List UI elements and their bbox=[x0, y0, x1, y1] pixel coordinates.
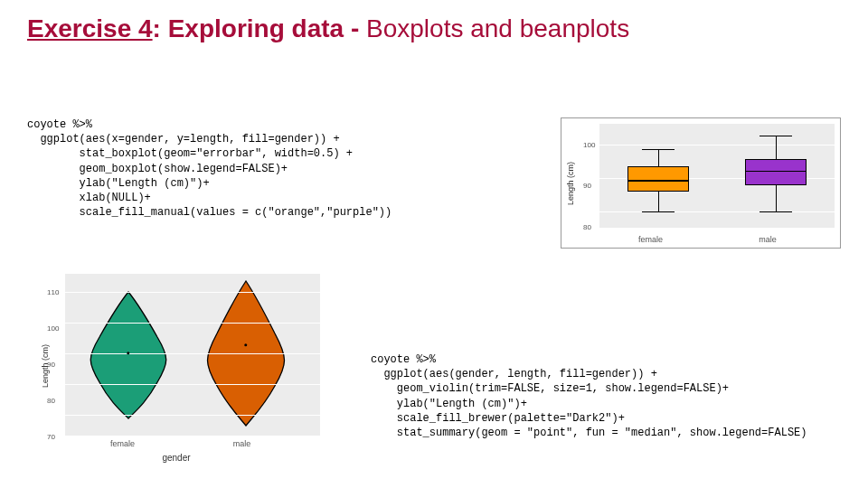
code-line: scale_fill_manual(values = c("orange","p… bbox=[27, 206, 392, 219]
gridline bbox=[65, 292, 320, 293]
page-title: Exercise 4: Exploring data - Boxplots an… bbox=[27, 14, 629, 43]
median-male bbox=[745, 171, 807, 173]
gridline bbox=[65, 384, 320, 385]
code-line: xlab(NULL)+ bbox=[27, 192, 151, 204]
code-line: geom_boxplot(show.legend=FALSE)+ bbox=[27, 163, 288, 175]
ytick: 80 bbox=[583, 223, 591, 231]
median-female bbox=[627, 180, 689, 182]
ytick: 90 bbox=[583, 182, 591, 190]
gridline bbox=[65, 323, 320, 324]
box-female bbox=[627, 166, 689, 192]
gridline bbox=[599, 211, 835, 212]
title-part3: Boxplots and beanplots bbox=[359, 14, 629, 42]
gridline bbox=[599, 145, 835, 145]
plot-panel bbox=[65, 274, 320, 436]
code-line: coyote %>% bbox=[27, 118, 92, 131]
code-line: ggplot(aes(gender, length, fill=gender))… bbox=[371, 368, 657, 380]
ytick: 100 bbox=[583, 140, 595, 148]
ytick: 100 bbox=[47, 324, 59, 333]
xlabel-female: female bbox=[110, 439, 135, 448]
violin-chart: Length (cm) 70 80 90 100 110 female male… bbox=[27, 271, 326, 461]
ytick: 110 bbox=[47, 288, 59, 296]
code-line: geom_violin(trim=FALSE, size=1, show.leg… bbox=[371, 382, 729, 395]
errorcap bbox=[642, 149, 675, 150]
box-male bbox=[745, 159, 807, 185]
errorcap bbox=[760, 136, 792, 136]
ytick: 90 bbox=[47, 360, 55, 368]
ytick: 70 bbox=[47, 432, 55, 440]
xlabel-male: male bbox=[759, 235, 777, 244]
violin-svg bbox=[65, 274, 320, 436]
code-line: coyote %>% bbox=[371, 353, 436, 366]
plot-panel bbox=[599, 124, 835, 228]
code-line: stat_boxplot(geom="errorbar", width=0.5)… bbox=[27, 147, 353, 160]
median-point-male bbox=[244, 343, 248, 347]
code-line: ylab("Length (cm)")+ bbox=[371, 398, 527, 410]
violin-xaxis-title: gender bbox=[162, 453, 190, 463]
median-point-female bbox=[127, 352, 130, 355]
xlabel-male: male bbox=[233, 439, 251, 448]
boxplot-chart: Length (cm) 80 90 100 female male bbox=[561, 117, 841, 249]
code-line: ggplot(aes(x=gender, y=length, fill=gend… bbox=[27, 133, 340, 145]
title-part2: : Exploring data - bbox=[153, 14, 360, 42]
code-line: stat_summary(geom = "point", fun = "medi… bbox=[371, 427, 807, 439]
code-line: ylab("Length (cm)")+ bbox=[27, 177, 210, 190]
ytick: 80 bbox=[47, 396, 55, 404]
xlabel-female: female bbox=[638, 235, 663, 244]
code-block-violin: coyote %>% ggplot(aes(gender, length, fi… bbox=[371, 352, 807, 440]
code-line: scale_fill_brewer(palette="Dark2")+ bbox=[371, 412, 625, 425]
boxplot-ylabel: Length (cm) bbox=[566, 161, 575, 204]
title-part1: Exercise 4 bbox=[27, 14, 153, 42]
gridline bbox=[65, 353, 320, 354]
errorcap bbox=[760, 211, 792, 212]
violin-female bbox=[90, 292, 166, 418]
gridline bbox=[65, 415, 320, 416]
code-block-boxplot: coyote %>% ggplot(aes(x=gender, y=length… bbox=[27, 117, 392, 220]
errorcap bbox=[642, 211, 675, 212]
